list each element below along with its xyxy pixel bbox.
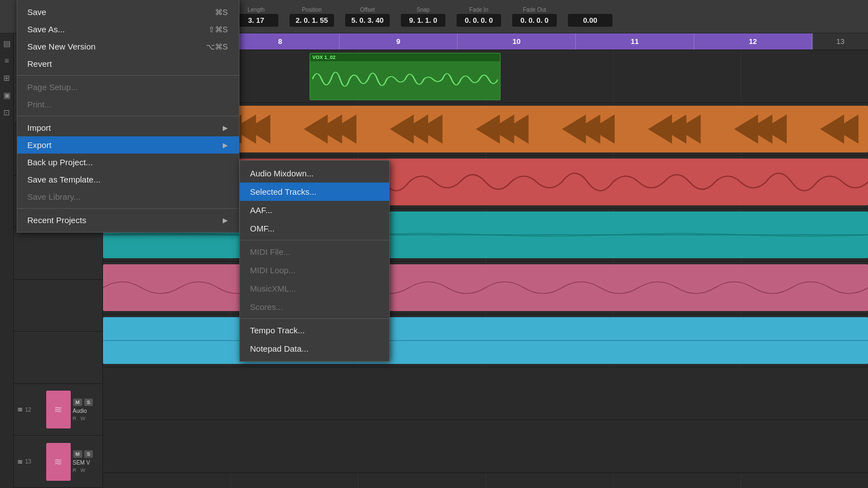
export-item-omf-label: OMF... (250, 224, 274, 233)
track-header-row-empty-5 (14, 332, 102, 383)
menu-item-save-as[interactable]: Save As... ⇧⌘S (17, 21, 239, 38)
menu-item-import[interactable]: Import ▶ (17, 119, 239, 136)
pink-clip[interactable] (103, 264, 868, 311)
track-header-row-13: ≋ 13 ≋ M S SEM V R W (14, 436, 102, 488)
export-item-aaf[interactable]: AAF... (240, 201, 389, 219)
ruler-mark-13: 13 (812, 33, 868, 50)
export-item-musicxml-label: MusicXML... (250, 284, 296, 293)
track-13-waveform-icon: ≋ (17, 458, 23, 466)
sidebar-icon-1[interactable]: ▤ (3, 39, 11, 48)
menu-item-export-arrow: ▶ (223, 141, 228, 149)
export-item-aaf-label: AAF... (250, 205, 272, 215)
export-item-tempo-track-label: Tempo Track... (250, 326, 305, 335)
export-item-tempo-track[interactable]: Tempo Track... (240, 321, 389, 339)
transport-fade-out: Fade Out 0. 0. 0. 0 (512, 7, 557, 27)
menu-item-import-arrow: ▶ (223, 124, 228, 132)
track-12-rw: R W (73, 416, 100, 421)
track-13-m-btn[interactable]: M (73, 450, 83, 458)
sidebar-icon-4[interactable]: ▣ (3, 91, 11, 100)
fade-in-label: Fade In (469, 7, 488, 13)
track-header-row-12: ≋ 12 ≋ M S Audio R W (14, 384, 102, 436)
menu-separator-2 (17, 116, 239, 116)
file-menu: Save ⌘S Save As... ⇧⌘S Save New Version … (17, 0, 239, 233)
track-12-name: Audio (73, 408, 100, 414)
menu-item-page-setup: Page Setup... (17, 78, 239, 96)
menu-item-save-as-shortcut: ⇧⌘S (208, 25, 228, 34)
export-item-scores: Scores... (240, 298, 389, 316)
track-12-num: 12 (25, 407, 31, 413)
vox-clip-title: VOX 1_02 (310, 53, 501, 61)
menu-item-import-label: Import (27, 123, 51, 132)
track-header-row-empty-4 (14, 280, 102, 332)
export-item-audio-mixdown-label: Audio Mixdown... (250, 169, 313, 178)
extra-label (590, 7, 591, 13)
track-header-row-empty-3 (14, 228, 102, 279)
offset-label: Offset (360, 7, 375, 13)
menu-item-revert-label: Revert (27, 59, 52, 68)
menu-item-save-new-version-label: Save New Version (27, 42, 96, 51)
position-label: Position (302, 7, 322, 13)
skyblue-clip[interactable] (103, 317, 868, 364)
menu-item-backup[interactable]: Back up Project... (17, 154, 239, 171)
sidebar-icon-2[interactable]: ≡ (4, 56, 9, 65)
transport-info: Length 3. 17 Position 2. 0. 1. 55 Offset… (234, 7, 612, 27)
transport-fade-out-value: 0. 0. 0. 0 (512, 14, 557, 27)
track-13-color: ≋ (46, 443, 71, 481)
menu-item-save-new-version-shortcut: ⌥⌘S (206, 42, 228, 51)
menu-item-backup-label: Back up Project... (27, 157, 93, 167)
menu-item-save-label: Save (27, 7, 46, 17)
menu-item-save-template[interactable]: Save as Template... (17, 171, 239, 188)
track-12-color: ≋ (46, 391, 71, 428)
export-item-midi-file-label: MIDI File... (250, 247, 291, 257)
menu-separator-3 (17, 208, 239, 209)
track-12-s-btn[interactable]: S (84, 398, 93, 406)
export-item-midi-loop-label: MIDI Loop... (250, 265, 296, 275)
track-12-buttons: M S (73, 398, 100, 406)
transport-fade-in: Fade In 0. 0. 0. 0 (457, 7, 501, 27)
menu-item-save-library-label: Save Library... (27, 192, 81, 201)
track-12-controls: M S Audio R W (73, 398, 100, 421)
menu-item-export-label: Export (27, 140, 51, 150)
position-value: 2. 0. 1. 55 (290, 14, 334, 27)
export-item-notepad-data-label: Notepad Data... (250, 344, 308, 353)
export-item-notepad-data[interactable]: Notepad Data... (240, 339, 389, 358)
menu-item-save[interactable]: Save ⌘S (17, 3, 239, 21)
track-12-m-btn[interactable]: M (73, 398, 83, 406)
export-item-midi-file: MIDI File... (240, 243, 389, 261)
transport-length: Length 3. 17 (234, 7, 278, 27)
track-13-name: SEM V (73, 460, 100, 466)
length-value: 3. 17 (234, 14, 278, 27)
export-item-selected-tracks[interactable]: Selected Tracks... (240, 183, 389, 201)
menu-item-revert[interactable]: Revert (17, 55, 239, 72)
track-row-12-top: ≋ 12 ≋ M S Audio R W (17, 391, 99, 428)
sidebar-icon-3[interactable]: ⊞ (3, 73, 10, 82)
ruler-mark-10: 10 (458, 33, 576, 50)
timeline-track-pink (103, 262, 868, 314)
export-item-audio-mixdown[interactable]: Audio Mixdown... (240, 164, 389, 183)
timeline-track-13 (103, 420, 868, 473)
fade-in-value: 0. 0. 0. 0 (457, 14, 501, 27)
menu-item-recent-projects[interactable]: Recent Projects ▶ (17, 211, 239, 229)
track-13-s-btn[interactable]: S (84, 450, 93, 458)
menu-item-save-shortcut: ⌘S (215, 8, 228, 17)
transport-position: Position 2. 0. 1. 55 (290, 7, 334, 27)
export-item-omf[interactable]: OMF... (240, 219, 389, 238)
menu-item-save-template-label: Save as Template... (27, 175, 100, 184)
snap-value: 9. 1. 1. 0 (401, 14, 445, 27)
export-submenu: Audio Mixdown... Selected Tracks... AAF.… (239, 160, 390, 362)
menu-item-export[interactable]: Export ▶ (17, 136, 239, 154)
vox-clip[interactable]: VOX 1_02 (310, 53, 501, 100)
left-sidebar: ▤ ≡ ⊞ ▣ ⊡ (0, 33, 14, 488)
track-13-buttons: M S (73, 450, 100, 458)
snap-label: Snap (416, 7, 429, 13)
export-separator-2 (240, 318, 389, 319)
sidebar-icon-5[interactable]: ⊡ (3, 108, 10, 117)
menu-item-recent-projects-arrow: ▶ (223, 216, 228, 224)
menu-item-save-new-version[interactable]: Save New Version ⌥⌘S (17, 38, 239, 55)
track-12-waveform-icon: ≋ (17, 406, 23, 413)
track-row-13-top: ≋ 13 ≋ M S SEM V R W (17, 443, 99, 481)
length-label: Length (248, 7, 265, 13)
menu-item-save-library: Save Library... (17, 188, 239, 205)
menu-item-save-as-label: Save As... (27, 24, 65, 34)
menu-item-page-setup-label: Page Setup... (27, 82, 78, 92)
